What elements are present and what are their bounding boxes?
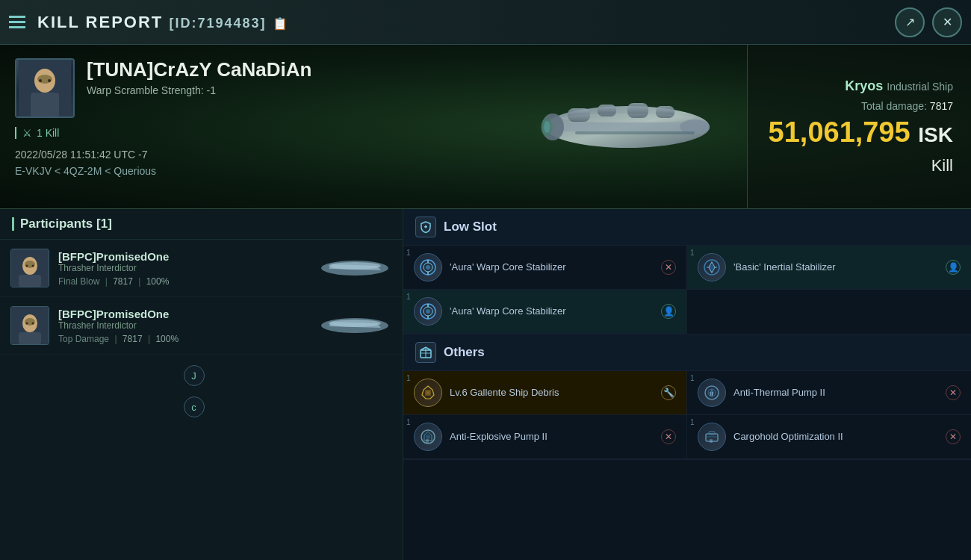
report-id: [ID:7194483] [169,16,266,31]
p1-ship-svg [317,249,392,287]
participant-name-1: [BFPC]PromisedOne [58,250,308,263]
stat-label-2: Top Damage [58,334,109,344]
inertial-stab-icon [703,258,721,276]
others-section: Others 1 Lv.6 Gallente Ship Debris [403,335,971,460]
thermal-pump-icon: II [703,384,721,402]
debris-icon [419,384,437,402]
kill-label: 1 Kill [37,127,59,139]
svg-point-32 [32,323,34,325]
ship-svg [530,67,725,187]
item-icon-1 [414,253,442,281]
item-num-1: 1 [406,249,411,257]
isk-suffix: ISK [918,123,953,146]
stat-percent-1: 100% [146,276,170,287]
participant-name-2: [BFPC]PromisedOne [58,308,308,320]
location: E-VKJV < 4QZ-2M < Querious [15,163,314,179]
svg-point-23 [32,265,34,267]
others-item-4[interactable]: 1 II Cargohold Optimization II ✕ [687,415,971,459]
avatar [15,58,75,118]
close-button[interactable]: ✕ [932,7,962,37]
total-damage-label: Total damage: [861,100,927,112]
export-button[interactable]: ↗ [895,7,925,37]
others-header: Others [403,335,971,371]
stat-label-1: Final Blow [58,276,99,287]
title-text: KILL REPORT [37,13,163,31]
item-remove-4[interactable]: ✕ [946,429,961,444]
ship-category: Industrial Ship [887,81,953,93]
avatar-illustration [19,58,71,118]
item-person-2[interactable]: 👤 [946,260,961,275]
page-title: KILL REPORT [ID:7194483] 📋 [37,13,895,32]
low-slot-items: 1 'Aura' Warp Core Stabilizer ✕ [403,246,971,334]
svg-point-3 [37,75,52,84]
copy-icon[interactable]: 📋 [273,17,289,30]
slots-panel: Low Slot 1 'Aura' Warp Co [403,209,971,560]
ship-visual-container [523,52,732,202]
others-name-3: Anti-Explosive Pump II [450,431,654,444]
participant-stats-1: Final Blow | 7817 | 100% [58,276,308,287]
stat-damage-2: 7817 [122,334,143,344]
others-icon-2: II [698,379,726,407]
menu-button[interactable] [9,16,25,28]
others-item-2[interactable]: 1 II Anti-Thermal Pump II ✕ [687,371,971,415]
svg-rect-37 [425,225,426,228]
export-icon: ↗ [905,15,915,29]
item-wrench-1[interactable]: 🔧 [661,385,676,400]
svg-rect-2 [31,93,59,118]
anti-exp-icon: II [419,428,437,446]
others-num-4: 1 [690,418,695,426]
item-person-3[interactable]: 👤 [661,304,676,319]
participant-row[interactable]: [BFPC]PromisedOne Thrasher Interdictor T… [0,297,403,355]
badge-j[interactable]: J [184,365,205,386]
others-item-1[interactable]: 1 Lv.6 Gallente Ship Debris 🔧 [403,371,687,415]
stat-percent-2: 100% [155,334,179,344]
close-icon: ✕ [943,15,952,29]
low-slot-item-1[interactable]: 1 'Aura' Warp Core Stabilizer ✕ [403,246,687,290]
others-icon-4: II [698,423,726,451]
hero-right: Kryos Industrial Ship Total damage: 7817… [747,45,971,208]
hero-warp-scramble: Warp Scramble Strength: -1 [87,84,314,96]
ship-name: Kryos [845,78,883,93]
p1-avatar-svg [11,249,49,287]
item-remove-2[interactable]: ✕ [946,385,961,400]
participant-row[interactable]: [BFPC]PromisedOne Thrasher Interdictor F… [0,240,403,297]
svg-text:II: II [710,438,713,444]
participant-avatar-1 [10,249,49,287]
svg-text:II: II [710,391,713,397]
item-remove-3[interactable]: ✕ [661,429,676,444]
others-name-1: Lv.6 Gallente Ship Debris [450,387,654,399]
low-slot-item-2[interactable]: 1 'Basic' Inertial Stabilizer 👤 [687,246,971,290]
isk-number: 51,061,795 [769,116,910,148]
hero-info: [TUNA]CrAzY CaNaDiAn Warp Scramble Stren… [87,58,314,96]
badge-j-label: J [191,370,196,382]
svg-point-5 [48,79,51,82]
shield-icon [419,220,432,234]
hero-meta: 2022/05/28 11:51:42 UTC -7 E-VKJV < 4QZ-… [15,146,314,180]
participant-info-1: [BFPC]PromisedOne Thrasher Interdictor F… [58,250,308,287]
participant-ship-img-1 [317,249,392,287]
item-num-3: 1 [406,293,411,301]
low-slot-header: Low Slot [403,209,971,246]
kill-badge: ⚔ 1 Kill [15,127,314,139]
header: KILL REPORT [ID:7194483] 📋 ↗ ✕ [0,0,971,45]
participant-ship-1: Thrasher Interdictor [58,263,308,273]
kill-icon: ⚔ [22,127,32,139]
item-remove-1[interactable]: ✕ [661,260,676,275]
others-title: Others [444,345,485,360]
low-slot-item-3[interactable]: 1 'Aura' Warp Core Stabilizer 👤 [403,290,687,334]
svg-point-35 [329,320,381,327]
badge-c[interactable]: c [184,396,205,417]
cargohold-icon: II [703,428,721,446]
header-actions: ↗ ✕ [895,7,962,37]
participant-stats-2: Top Damage | 7817 | 100% [58,334,308,344]
item-num-2: 1 [690,249,695,257]
item-icon-2 [698,253,726,281]
svg-text:II: II [426,438,429,444]
participant-info-2: [BFPC]PromisedOne Thrasher Interdictor T… [58,308,308,344]
others-num-3: 1 [406,418,411,426]
item-icon-3 [414,297,442,326]
total-damage-value: 7817 [930,100,953,112]
participants-title: Participants [1] [20,217,112,231]
others-name-2: Anti-Thermal Pump II [733,387,938,399]
others-item-3[interactable]: 1 II Anti-Explosive Pump II ✕ [403,415,687,459]
